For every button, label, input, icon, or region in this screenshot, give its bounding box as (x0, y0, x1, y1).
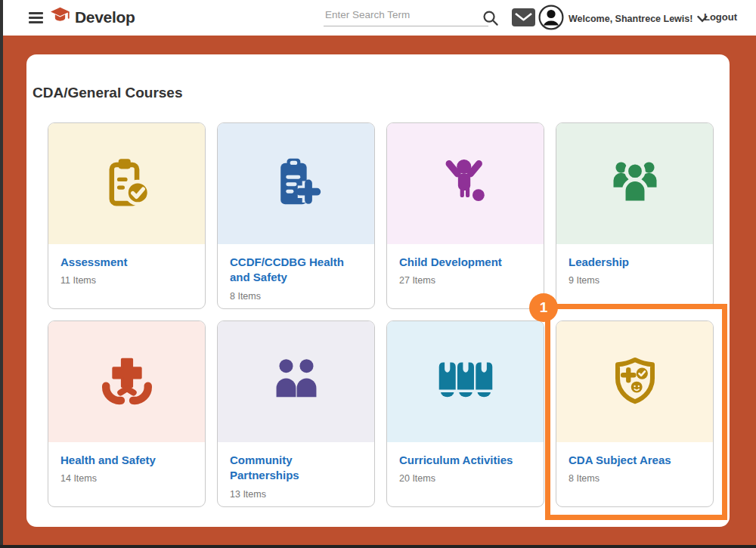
card-tint-area (556, 123, 713, 244)
search-input[interactable] (324, 7, 488, 26)
card-curriculum-activities[interactable]: Curriculum Activities 20 Items (386, 320, 544, 507)
card-title: Health and Safety (60, 453, 193, 468)
card-tint-area (48, 321, 205, 442)
card-tint-area (387, 123, 544, 244)
card-tint-area (218, 123, 374, 244)
card-child-development[interactable]: Child Development 27 Items (386, 122, 544, 309)
card-health-and-safety[interactable]: Health and Safety 14 Items (48, 320, 206, 507)
page-title: CDA/General Courses (33, 85, 183, 101)
hamburger-menu-icon[interactable] (29, 12, 43, 26)
card-title: Child Development (399, 255, 531, 270)
child-icon (438, 156, 493, 211)
card-title: CDA Subject Areas (569, 453, 701, 468)
search-field-wrap (324, 7, 485, 26)
logout-button[interactable]: Logout (704, 11, 737, 23)
card-leadership[interactable]: Leadership 9 Items (556, 122, 714, 309)
card-title: Leadership (569, 255, 701, 270)
books-icon (438, 354, 494, 410)
graduation-cap-icon (50, 6, 70, 28)
brand-logo[interactable]: Develop (50, 6, 135, 28)
card-item-count: 8 Items (569, 473, 701, 484)
window-bottom-edge (0, 545, 756, 548)
card-title: Curriculum Activities (399, 453, 531, 468)
card-item-count: 9 Items (569, 275, 701, 286)
card-title: Community Partnerships (230, 453, 362, 484)
welcome-text: Welcome, Shantrece Lewis! (569, 14, 692, 24)
user-menu[interactable]: Welcome, Shantrece Lewis! (538, 5, 708, 33)
card-item-count: 8 Items (230, 291, 362, 302)
card-assessment[interactable]: Assessment 11 Items (48, 122, 206, 309)
card-item-count: 11 Items (60, 275, 193, 286)
shield-badge-icon (609, 355, 662, 408)
people-group-icon (606, 155, 664, 212)
card-tint-area (218, 321, 374, 442)
brand-name: Develop (75, 8, 135, 26)
card-title: Assessment (60, 255, 193, 270)
page: Develop Welcome, (0, 0, 756, 548)
top-navigation-bar: Develop Welcome, (0, 0, 756, 36)
clipboard-plus-icon (268, 155, 325, 212)
card-tint-area (387, 321, 544, 442)
card-item-count: 27 Items (399, 275, 531, 286)
card-cda-subject-areas[interactable]: CDA Subject Areas 8 Items (556, 320, 714, 507)
hands-cross-icon (99, 354, 155, 410)
card-item-count: 20 Items (399, 473, 531, 484)
card-item-count: 13 Items (230, 489, 362, 500)
card-community-partnerships[interactable]: Community Partnerships 13 Items (217, 320, 375, 507)
two-people-icon (269, 354, 324, 409)
clipboard-check-icon (98, 155, 156, 212)
card-title: CCDF/CCDBG Health and Safety (230, 255, 362, 286)
course-grid: Assessment 11 Items CCDF/CCDBG Hea (48, 122, 714, 507)
mail-icon[interactable] (512, 8, 535, 29)
card-tint-area (48, 123, 205, 244)
card-item-count: 14 Items (60, 473, 193, 484)
card-ccdf-ccdbg-health-and-safety[interactable]: CCDF/CCDBG Health and Safety 8 Items (217, 122, 375, 309)
window-left-edge (0, 0, 3, 548)
card-tint-area (556, 321, 713, 442)
search-icon[interactable] (482, 9, 499, 29)
avatar (538, 5, 564, 33)
